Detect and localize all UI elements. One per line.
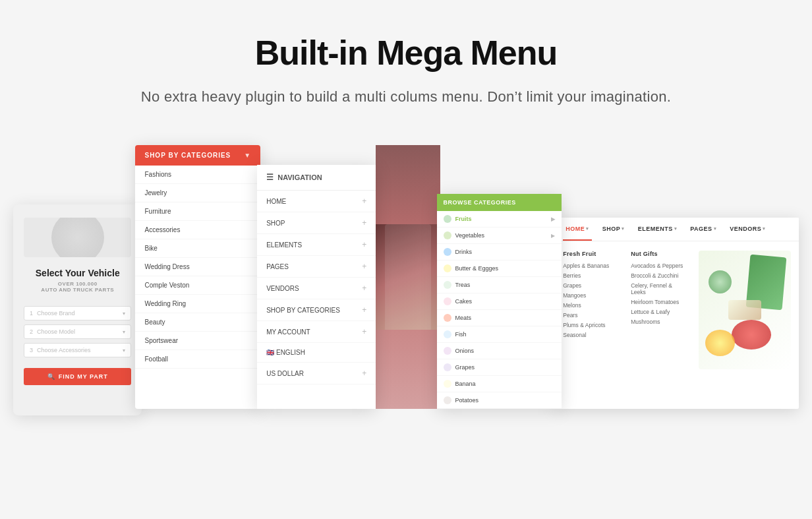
food-cheese [728,300,761,320]
mobile-select-accessories[interactable]: 3 Choose Accessories ▾ [24,343,131,357]
potatoes-icon [444,396,451,404]
cat-item-bike[interactable]: Bike [135,239,260,258]
nav-item-shop[interactable]: SHOP + [257,212,376,234]
chevron-right-icon: ▼ [244,152,251,159]
mobile-subtitle: OVER 100.000AUTO AND TRUCK PARTS [41,281,114,293]
cat-item-beauty[interactable]: Beauty [135,313,260,332]
grocery-item-onions[interactable]: Onions [437,343,562,359]
col-item-grapes[interactable]: Grapes [563,282,618,289]
grocery-item-butter[interactable]: Butter & Eggges [437,260,562,277]
mega-nav-bar: HOME ▾ SHOP ▾ ELEMENTS ▾ PAGES ▾ VENDORS… [555,218,799,241]
grocery-item-banana[interactable]: Banana [437,376,562,392]
cat-item-furniture[interactable]: Furniture [135,202,260,221]
screenshot-mobile: Select Your Vehicle OVER 100.000AUTO AND… [13,204,142,415]
food-tomato [732,320,771,350]
plus-icon-elements: + [362,240,366,249]
nav-item-english[interactable]: 🇬🇧 ENGLISH [257,343,376,363]
onions-icon [444,347,451,355]
nav-item-home[interactable]: HOME + [257,191,376,212]
col-item-lettuce[interactable]: Lettuce & Leafy [631,309,685,315]
col-title-fresh-fruit: Fresh Fruit [563,251,618,257]
cat-item-fashions[interactable]: Fashions [135,166,260,184]
nav-item-pages[interactable]: PAGES + [257,256,376,278]
grapes-icon [444,363,451,371]
col-item-plums[interactable]: Plums & Apricots [563,322,618,328]
mega-col-fresh-fruit: Fresh Fruit Apples & Bananas Berries Gra… [563,251,618,369]
screenshot-megamenu: HOME ▾ SHOP ▾ ELEMENTS ▾ PAGES ▾ VENDORS… [555,218,799,409]
banana-icon [444,380,451,388]
plus-icon-pages: + [362,262,366,271]
find-my-part-button[interactable]: 🔍 FIND MY PART [24,368,131,385]
col-item-heirloom[interactable]: Heirloom Tomatoes [631,299,685,305]
food-lemon [705,330,735,356]
grocery-header: BROWSE CATEGORIES [437,194,562,211]
cat-item-wedding-ring[interactable]: Wedding Ring [135,295,260,313]
hamburger-icon: ☰ [266,173,274,182]
page-title: Built-in Mega Menu [255,33,558,73]
nav-item-currency[interactable]: US DOLLAR + [257,363,376,384]
cat-item-wedding-dress[interactable]: Wedding Dress [135,258,260,276]
mobile-title: Select Your Vehicle [36,268,120,278]
plus-icon-categories: + [362,305,366,315]
mega-nav-pages[interactable]: PAGES ▾ [687,218,719,241]
cat-item-sportswear[interactable]: Sportswear [135,332,260,350]
nav-item-vendors[interactable]: VENDORS + [257,278,376,299]
mega-content: Fresh Fruit Apples & Bananas Berries Gra… [555,241,799,379]
grocery-item-cakes[interactable]: Cakes [437,293,562,310]
col-item-berries[interactable]: Berries [563,272,618,279]
mega-col-nut-gifts: Nut Gifts Avocados & Peppers Broccoli & … [631,251,685,369]
grocery-list: Fruits ▶ Vegetables ▶ Drinks Butter & Eg… [437,211,562,409]
mobile-select-brand[interactable]: 1 Choose Brand ▾ [24,306,131,321]
categories-header: SHOP BY CATEGORIES ▼ [135,145,260,166]
fashion-background [376,224,440,330]
nav-item-shop-by-categories[interactable]: SHOP BY CATEGORIES + [257,299,376,321]
grocery-header-label: BROWSE CATEGORIES [444,199,516,206]
mega-nav-elements[interactable]: ELEMENTS ▾ [635,218,680,241]
nav-item-my-account[interactable]: MY ACCOUNT + [257,321,376,343]
grocery-item-vegetables[interactable]: Vegetables ▶ [437,228,562,244]
food-grape [709,270,732,293]
plus-icon-account: + [362,327,366,336]
grocery-item-drinks[interactable]: Drinks [437,244,562,260]
col-item-celery[interactable]: Celery, Fennel & Leeks [631,282,685,295]
fish-icon [444,330,451,338]
cat-item-comple-veston[interactable]: Comple Veston [135,276,260,295]
col-item-pears[interactable]: Pears [563,312,618,319]
col-title-nut-gifts: Nut Gifts [631,251,685,257]
grocery-item-treas[interactable]: Treas [437,277,562,293]
arrow-icon-vegetables: ▶ [551,233,555,239]
col-item-broccoli[interactable]: Broccoli & Zucchini [631,272,685,279]
nav-item-elements[interactable]: ELEMENTS + [257,234,376,256]
mobile-select-group: 1 Choose Brand ▾ 2 Choose Model ▾ 3 Choo… [24,306,131,357]
grocery-item-fish[interactable]: Fish [437,326,562,343]
cat-item-football[interactable]: Football [135,350,260,369]
mega-nav-vendors[interactable]: VENDORS ▾ [727,218,768,241]
drinks-icon [444,248,451,256]
screenshots-row: Select Your Vehicle OVER 100.000AUTO AND… [13,145,799,409]
grocery-item-grapes[interactable]: Grapes [437,359,562,376]
nav-header-label: NAVIGATION [277,173,322,181]
cat-item-accessories[interactable]: Accessories [135,221,260,239]
meats-icon [444,314,451,322]
col-item-mushrooms[interactable]: Mushrooms [631,319,685,325]
col-item-seasonal[interactable]: Seasonal [563,332,618,338]
find-my-part-label: FIND MY PART [59,373,108,380]
grocery-item-potatoes[interactable]: Potatoes [437,392,562,409]
col-item-avocados[interactable]: Avocados & Peppers [631,262,685,269]
cat-item-jewelry[interactable]: Jewelry [135,184,260,202]
col-item-mangoes[interactable]: Mangoes [563,292,618,299]
col-item-apples-bananas[interactable]: Apples & Bananas [563,262,618,269]
grocery-item-meats[interactable]: Meats [437,310,562,326]
food-image [699,251,791,369]
col-item-melons[interactable]: Melons [563,302,618,309]
vegetables-icon [444,231,451,239]
cakes-icon [444,297,451,305]
arrow-icon-fruits: ▶ [551,216,555,222]
grocery-item-fruits[interactable]: Fruits ▶ [437,211,562,228]
screenshot-nav: ☰ NAVIGATION HOME + SHOP + ELEMENTS + PA… [257,165,376,409]
page-subtitle: No extra heavy plugin to build a multi c… [141,88,671,106]
mega-nav-shop[interactable]: SHOP ▾ [600,218,627,241]
mobile-select-model[interactable]: 2 Choose Model ▾ [24,324,131,339]
treas-icon [444,281,451,289]
mega-nav-home[interactable]: HOME ▾ [563,218,592,241]
